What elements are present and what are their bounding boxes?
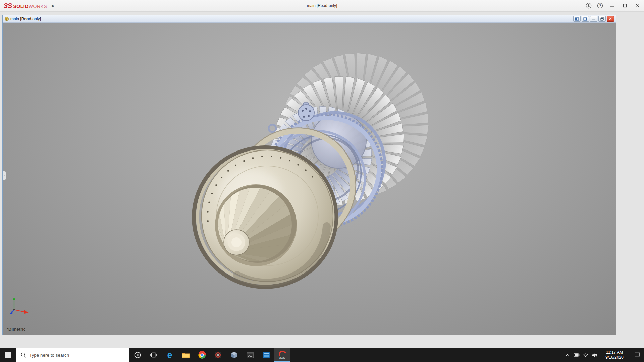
view-orientation-label: *Dimetric xyxy=(7,327,26,332)
panel-tab-dot-icon xyxy=(4,175,5,176)
tray-battery-icon[interactable] xyxy=(572,348,581,362)
app-close-button[interactable] xyxy=(631,0,644,11)
taskbar-app-chrome-icon[interactable] xyxy=(194,348,210,362)
taskbar-search-input[interactable] xyxy=(29,353,129,358)
taskbar-app-file-explorer-icon[interactable] xyxy=(178,348,194,362)
cortana-icon[interactable] xyxy=(129,348,146,362)
search-icon xyxy=(21,352,26,358)
document-window: main [Read-only] xyxy=(2,15,616,335)
system-tray: 11:17 AM 9/16/2020 xyxy=(563,348,644,362)
doc-restore-button[interactable] xyxy=(598,16,606,22)
svg-text:?: ? xyxy=(599,4,601,8)
taskbar-app-solidworks-icon[interactable]: 2020 xyxy=(274,348,290,362)
assembly-document-icon xyxy=(4,17,9,21)
doc-minimize-button[interactable] xyxy=(590,16,597,22)
windows-taskbar: e 2020 11:17 AM 9/16/20 xyxy=(0,348,644,362)
tray-volume-icon[interactable] xyxy=(590,348,599,362)
menu-expand-arrow-icon[interactable]: ▶ xyxy=(52,4,54,8)
doc-pane-button-1[interactable] xyxy=(573,16,581,22)
taskbar-app-edge-icon[interactable]: e xyxy=(162,348,178,362)
taskbar-app-cube-icon[interactable] xyxy=(226,348,242,362)
doc-close-button[interactable] xyxy=(607,16,614,22)
app-maximize-button[interactable] xyxy=(619,0,631,11)
taskbar-search[interactable] xyxy=(16,348,129,362)
tray-chevron-up-icon[interactable] xyxy=(563,348,572,362)
action-center-icon[interactable] xyxy=(630,348,644,362)
app-window-title: main [Read-only] xyxy=(307,3,337,8)
app-minimize-button[interactable] xyxy=(606,0,619,11)
taskbar-clock[interactable]: 11:17 AM 9/16/2020 xyxy=(599,348,630,362)
tray-network-icon[interactable] xyxy=(581,348,590,362)
help-icon[interactable]: ? xyxy=(594,0,606,11)
taskbar-app-red-icon[interactable] xyxy=(210,348,226,362)
task-view-icon[interactable] xyxy=(146,348,162,362)
taskbar-app-terminal-icon[interactable] xyxy=(242,348,258,362)
graphics-viewport[interactable]: *Dimetric xyxy=(3,23,616,335)
start-button[interactable] xyxy=(0,348,16,362)
edge-icon: e xyxy=(167,351,172,360)
account-icon[interactable] xyxy=(583,0,594,11)
jet-engine-3d-model[interactable] xyxy=(3,23,616,335)
app-titlebar: ЗS SOLID WORKS ▶ main [Read-only] ? xyxy=(0,0,644,12)
clock-time: 11:17 AM xyxy=(606,350,623,355)
orientation-triad[interactable] xyxy=(9,296,30,317)
solidworks-logo: ЗS SOLID WORKS xyxy=(3,2,47,10)
taskbar-app-window-icon[interactable] xyxy=(258,348,274,362)
clock-date: 9/16/2020 xyxy=(605,355,623,360)
solidworks-year-badge: 2020 xyxy=(279,357,285,359)
solidworks-logo-solid: SOLID xyxy=(13,4,29,9)
desktop: { "app_titlebar": { "logo_mark": "ЗS", "… xyxy=(0,0,644,362)
doc-pane-button-2[interactable] xyxy=(582,16,589,22)
solidworks-logo-mark: ЗS xyxy=(3,2,12,10)
document-title: main [Read-only] xyxy=(10,17,41,21)
document-titlebar[interactable]: main [Read-only] xyxy=(3,15,616,23)
solidworks-logo-works: WORKS xyxy=(29,4,47,9)
featuremanager-collapsed-tab[interactable] xyxy=(3,171,6,180)
